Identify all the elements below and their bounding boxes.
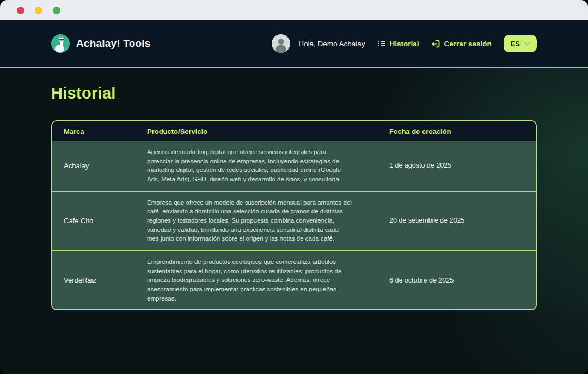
window-titlebar [0,0,588,20]
language-selector-button[interactable]: ES [504,35,537,52]
list-icon [377,39,386,48]
llama-logo-icon [51,34,70,53]
page-title: Historial [51,84,537,102]
table-row: Achalay Agencia de marketing digital que… [52,141,536,191]
brand-cell: Achalay [52,162,136,170]
close-window-button[interactable] [17,7,24,14]
table-header-row: Marca Producto/Servicio Fecha de creació… [52,121,536,141]
brand: Achalay! Tools [51,34,151,53]
nav-historial-label: Historial [390,40,419,48]
description-cell: Agencia de marketing digital que ofrece … [136,148,378,184]
main-content: Historial Marca Producto/Servicio Fecha … [0,68,588,374]
date-cell: 20 de setiembre de 2025 [378,217,536,224]
column-header-producto: Producto/Servicio [136,127,378,136]
nav-historial-link[interactable]: Historial [377,39,419,48]
brand-cell: Cafe Cito [52,217,136,225]
header-right: Hola, Demo Achalay Historial [272,34,537,53]
user-greeting: Hola, Demo Achalay [272,34,365,53]
description-cell: Empresa que ofrece un modelo de suscripc… [136,198,378,243]
minimize-window-button[interactable] [35,7,42,14]
logout-label: Cerrar sesión [444,40,492,48]
table-row: VerdeRaiz Emprendimiento de productos ec… [52,250,536,309]
language-code: ES [511,40,520,48]
history-table: Marca Producto/Servicio Fecha de creació… [51,120,537,310]
logout-link[interactable]: Cerrar sesión [431,39,492,48]
date-cell: 1 de agosto de 2025 [378,162,536,169]
description-cell: Emprendimiento de productos ecológicos q… [136,257,378,303]
brand-cell: VerdeRaiz [52,276,136,284]
logout-icon [431,39,440,48]
user-avatar-icon [272,34,290,53]
brand-title: Achalay! Tools [76,38,151,50]
column-header-marca: Marca [52,127,136,136]
chevron-down-icon [524,42,530,46]
date-cell: 6 de octubre de 2025 [378,277,536,284]
app-window: Achalay! Tools Hola, Demo Achalay [0,0,588,374]
column-header-fecha: Fecha de creación [378,127,536,136]
table-row: Cafe Cito Empresa que ofrece un modelo d… [52,191,536,250]
maximize-window-button[interactable] [53,7,60,14]
greeting-text: Hola, Demo Achalay [298,40,365,48]
app-header: Achalay! Tools Hola, Demo Achalay [0,20,588,68]
